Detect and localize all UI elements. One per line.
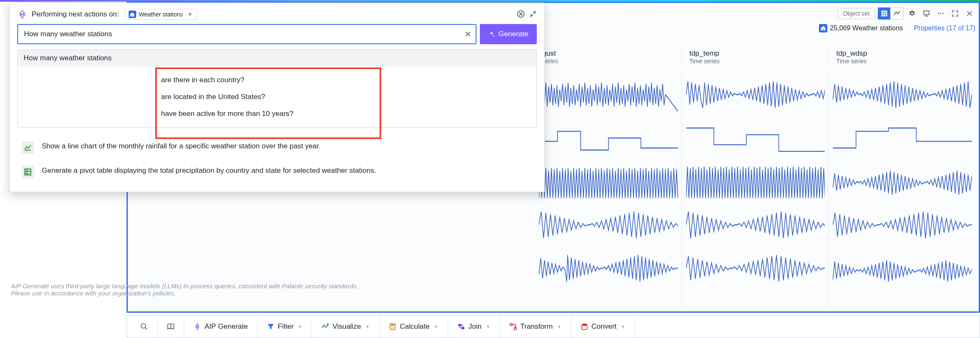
chart-column — [539, 75, 682, 308]
columns-header: gust series tdp_temp Time series tdp_wds… — [539, 49, 975, 66]
chevron-down-icon: ▼ — [621, 324, 625, 329]
filter-button[interactable]: Filter ▼ — [258, 316, 312, 338]
action-list: Show a line chart of the monthly rainfal… — [10, 133, 544, 192]
suggestion-item[interactable]: are there in each country? — [18, 72, 536, 89]
chevron-down-icon: ▼ — [486, 324, 490, 329]
svg-rect-6 — [881, 15, 883, 16]
join-button[interactable]: Join ▼ — [448, 316, 500, 338]
chevron-down-icon: ▼ — [298, 324, 302, 329]
svg-point-17 — [141, 324, 146, 328]
svg-point-14 — [942, 13, 944, 14]
chevron-down-icon: ▼ — [365, 324, 370, 329]
disclaimer-line-1: AIP Generate uses third-party large lang… — [11, 282, 529, 290]
sparkline — [539, 75, 678, 115]
calculate-button[interactable]: Calculate ▼ — [380, 316, 448, 338]
suggestion-item[interactable]: have been active for more than 10 years? — [18, 105, 536, 122]
svg-rect-31 — [510, 324, 512, 326]
object-count-text: 25,069 Weather stations — [830, 24, 903, 32]
clear-icon[interactable]: ✕ — [462, 29, 473, 39]
chart-view-icon[interactable] — [891, 8, 903, 19]
action-row[interactable]: Show a line chart of the monthly rainfal… — [17, 135, 537, 160]
bottom-toolbar: AIP Generate Filter ▼ Visualize ▼ Calcul… — [127, 315, 980, 338]
more-icon[interactable] — [935, 8, 947, 19]
summary-bar: 25,069 Weather stations Properties (17 o… — [819, 24, 975, 32]
line-chart-icon — [22, 141, 34, 154]
action-text: Generate a pivot table displaying the to… — [42, 166, 376, 176]
svg-rect-0 — [881, 11, 883, 12]
aip-label: AIP Generate — [205, 322, 248, 331]
settings-icon[interactable] — [906, 8, 918, 19]
svg-rect-3 — [881, 13, 883, 14]
chevron-down-icon: ▼ — [557, 324, 562, 329]
search-button[interactable] — [131, 316, 158, 338]
cancel-icon[interactable] — [517, 10, 525, 19]
close-icon[interactable] — [964, 8, 975, 19]
column-header[interactable]: tdp_temp Time series — [686, 49, 829, 66]
query-input[interactable] — [24, 30, 462, 38]
svg-rect-4 — [883, 13, 885, 14]
filter-label: Filter — [278, 322, 294, 331]
visualize-button[interactable]: Visualize ▼ — [312, 316, 380, 338]
object-set-button[interactable]: Object set — [837, 8, 875, 19]
search-row: ✕ Generate — [10, 24, 544, 49]
aip-popover: Performing next actions on: Weather stat… — [9, 3, 545, 192]
sparkline — [833, 161, 972, 201]
sparkline — [539, 248, 678, 288]
chart-column — [833, 75, 975, 308]
chip-label: Weather stations — [139, 11, 183, 18]
convert-button[interactable]: Convert ▼ — [571, 316, 635, 338]
disclaimer: AIP Generate uses third-party large lang… — [9, 281, 536, 304]
sparkline — [686, 205, 825, 245]
pivot-table-icon — [22, 166, 34, 178]
sparkline — [686, 161, 825, 201]
top-toolbar: Object set — [837, 7, 975, 20]
calculate-label: Calculate — [400, 322, 430, 331]
svg-rect-1 — [883, 11, 885, 12]
column-header[interactable]: tdp_wdsp Time series — [833, 49, 975, 66]
chevron-down-icon: ▼ — [187, 11, 193, 18]
sparkline — [833, 75, 972, 115]
suggestion-list: are there in each country? are located i… — [18, 67, 536, 127]
collapse-icon[interactable] — [529, 10, 537, 19]
sparkline — [833, 205, 972, 245]
column-subtitle: Time series — [836, 58, 972, 64]
sparkline — [539, 118, 678, 158]
grid-view-icon[interactable] — [878, 8, 891, 19]
svg-rect-7 — [883, 15, 885, 16]
svg-rect-9 — [924, 11, 929, 15]
presentation-icon[interactable] — [921, 8, 932, 19]
column-header[interactable]: gust series — [539, 49, 682, 66]
home-icon — [129, 11, 136, 18]
column-title: gust — [542, 49, 678, 58]
suggestion-item[interactable]: are located in the United States? — [18, 89, 536, 105]
book-button[interactable] — [158, 316, 184, 338]
svg-point-26 — [392, 328, 393, 329]
column-title: tdp_wdsp — [836, 49, 972, 58]
disclaimer-line-2: Please use in accordance with your organ… — [11, 290, 529, 297]
svg-point-25 — [391, 328, 392, 329]
svg-point-24 — [393, 327, 394, 328]
view-toggle-group — [878, 7, 904, 20]
column-title: tdp_temp — [689, 49, 825, 58]
properties-link[interactable]: Properties (17 of 17) — [914, 24, 975, 32]
sparkline — [833, 118, 972, 158]
svg-rect-40 — [25, 169, 31, 175]
expand-icon[interactable] — [949, 8, 961, 19]
aip-generate-button[interactable]: AIP Generate — [184, 316, 258, 338]
svg-point-13 — [940, 13, 942, 14]
search-box[interactable]: ✕ — [17, 24, 477, 44]
popover-title: Performing next actions on: — [32, 10, 119, 19]
sparkline — [539, 205, 678, 245]
context-chip[interactable]: Weather stations ▼ — [125, 9, 197, 20]
aip-logo-icon — [17, 9, 27, 19]
svg-rect-2 — [886, 11, 887, 12]
action-text: Show a line chart of the monthly rainfal… — [42, 141, 320, 151]
transform-button[interactable]: Transform ▼ — [500, 316, 571, 338]
svg-rect-21 — [391, 325, 395, 326]
action-row[interactable]: Generate a pivot table displaying the to… — [17, 160, 537, 184]
svg-point-22 — [391, 327, 392, 328]
svg-point-12 — [938, 13, 939, 14]
generate-button[interactable]: Generate — [480, 24, 537, 44]
join-label: Join — [468, 322, 482, 331]
svg-point-33 — [582, 324, 587, 326]
